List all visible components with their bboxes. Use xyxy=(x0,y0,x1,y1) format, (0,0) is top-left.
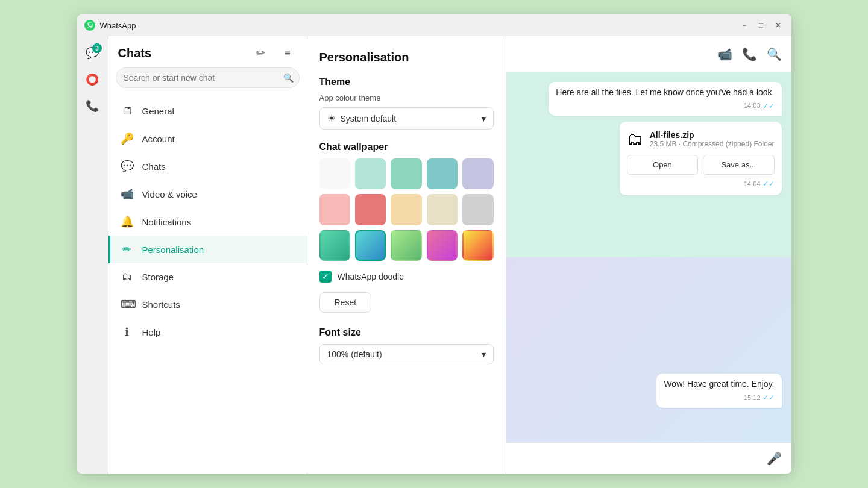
wallpaper-grid xyxy=(319,158,494,261)
microphone-icon[interactable]: 🎤 xyxy=(767,451,782,466)
title-bar: WhatsApp − □ ✕ xyxy=(77,14,791,36)
chat-header-actions: 📹 📞 🔍 xyxy=(717,47,782,61)
theme-section-title: Theme xyxy=(319,77,494,87)
open-file-button[interactable]: Open xyxy=(627,155,698,175)
app-window: WhatsApp − □ ✕ 💬 3 ⭕ 📞 Chats xyxy=(77,14,791,474)
video-voice-icon: 📹 xyxy=(121,187,134,201)
swatch-lavender[interactable] xyxy=(462,158,493,189)
compose-icon: ✏ xyxy=(256,46,265,60)
settings-nav-personalisation[interactable]: ✏ Personalisation xyxy=(108,236,307,263)
search-chat-icon: 🔍 xyxy=(767,47,782,61)
close-button[interactable]: ✕ xyxy=(772,19,784,31)
file-info: 🗂 All-files.zip 23.5 MB · Compressed (zi… xyxy=(627,129,775,149)
swatch-grad-rainbow[interactable] xyxy=(462,230,493,261)
status-icon: ⭕ xyxy=(86,73,99,86)
swatch-coral[interactable] xyxy=(355,194,386,225)
voice-call-button[interactable]: 📞 xyxy=(742,47,757,61)
personalisation-title: Personalisation xyxy=(319,51,494,64)
general-icon: 🖥 xyxy=(121,105,134,117)
video-call-button[interactable]: 📹 xyxy=(717,47,732,61)
settings-panel: Chats ✏ ≡ 🔍 🖥 General xyxy=(108,36,307,474)
message-meta: 14:03 ✓✓ xyxy=(556,101,774,111)
swatch-mint[interactable] xyxy=(355,158,386,189)
video-icon: 📹 xyxy=(717,47,732,61)
save-file-button[interactable]: Save as... xyxy=(703,155,774,175)
settings-nav: 🖥 General 🔑 Account 💬 Chats 📹 Video & vo… xyxy=(108,93,307,351)
help-icon: ℹ xyxy=(121,325,134,339)
notifications-icon: 🔔 xyxy=(121,215,134,228)
file-size: 23.5 MB · Compressed (zipped) Folder xyxy=(650,140,775,148)
file-meta: 14:04 ✓✓ xyxy=(627,180,775,188)
settings-nav-general[interactable]: 🖥 General xyxy=(108,98,307,125)
sidebar-item-status[interactable]: ⭕ xyxy=(80,67,104,92)
search-input[interactable] xyxy=(116,67,300,88)
settings-nav-notifications[interactable]: 🔔 Notifications xyxy=(108,208,307,236)
font-size-dropdown[interactable]: 100% (default) ▾ xyxy=(319,344,494,364)
search-bar: 🔍 xyxy=(116,67,300,88)
settings-nav-chats[interactable]: 💬 Chats xyxy=(108,152,307,180)
message-meta-2: 15:12 ✓✓ xyxy=(664,393,774,403)
swatch-pink[interactable] xyxy=(319,194,350,225)
search-chat-button[interactable]: 🔍 xyxy=(767,47,782,61)
settings-nav-shortcuts-label: Shortcuts xyxy=(142,299,180,310)
swatch-teal[interactable] xyxy=(427,158,458,189)
settings-nav-general-label: General xyxy=(142,106,174,116)
settings-nav-account[interactable]: 🔑 Account xyxy=(108,125,307,152)
window-controls: − □ ✕ xyxy=(738,19,784,31)
app-logo xyxy=(84,20,95,31)
app-body: 💬 3 ⭕ 📞 Chats ✏ ≡ xyxy=(77,36,791,474)
swatch-grad-teal[interactable] xyxy=(319,230,350,261)
calls-icon: 📞 xyxy=(86,99,99,113)
settings-nav-storage-label: Storage xyxy=(142,272,174,282)
swatch-peach[interactable] xyxy=(391,194,421,225)
chevron-down-icon: ▾ xyxy=(482,114,486,124)
icon-sidebar: 💬 3 ⭕ 📞 xyxy=(77,36,108,474)
wallpaper-section-title: Chat wallpaper xyxy=(319,142,494,152)
filter-button[interactable]: ≡ xyxy=(278,43,297,63)
chat-list-header: Chats ✏ ≡ xyxy=(108,36,307,67)
storage-icon: 🗂 xyxy=(121,271,134,283)
swatch-grad-green[interactable] xyxy=(391,230,421,261)
message-time-2: 15:12 xyxy=(744,393,761,402)
message-bubble-out-1: Here are all the files. Let me know once… xyxy=(549,82,781,116)
compose-button[interactable]: ✏ xyxy=(251,43,271,63)
doodle-checkbox[interactable]: ✓ WhatsApp doodle xyxy=(319,271,494,283)
double-tick-icon-2: ✓✓ xyxy=(763,393,775,403)
theme-dropdown-left: ☀ System default xyxy=(327,113,397,124)
chat-badge: 3 xyxy=(92,43,102,53)
theme-icon: ☀ xyxy=(327,113,336,124)
swatch-green[interactable] xyxy=(391,158,421,189)
settings-nav-video-voice[interactable]: 📹 Video & voice xyxy=(108,180,307,208)
theme-dropdown[interactable]: ☀ System default ▾ xyxy=(319,107,494,130)
file-time: 14:04 xyxy=(744,180,761,187)
swatch-grad-blue[interactable] xyxy=(355,230,386,261)
sidebar-item-calls[interactable]: 📞 xyxy=(80,94,104,118)
message-time: 14:03 xyxy=(744,101,761,110)
swatch-gray[interactable] xyxy=(462,194,493,225)
file-actions: Open Save as... xyxy=(627,155,775,175)
settings-nav-notifications-label: Notifications xyxy=(142,217,192,227)
app-title: WhatsApp xyxy=(100,21,738,30)
account-icon: 🔑 xyxy=(121,132,134,145)
settings-nav-storage[interactable]: 🗂 Storage xyxy=(108,263,307,290)
personalisation-icon: ✏ xyxy=(121,243,134,256)
settings-nav-help[interactable]: ℹ Help xyxy=(108,318,307,346)
swatch-grad-pink[interactable] xyxy=(427,230,458,261)
search-icon: 🔍 xyxy=(283,73,294,83)
doodle-label: WhatsApp doodle xyxy=(338,272,404,281)
theme-value: System default xyxy=(341,114,397,124)
minimize-button[interactable]: − xyxy=(738,19,750,31)
font-size-section-title: Font size xyxy=(319,327,494,338)
swatch-white[interactable] xyxy=(319,158,350,189)
reset-button[interactable]: Reset xyxy=(319,292,372,313)
phone-icon: 📞 xyxy=(742,47,757,61)
settings-nav-help-label: Help xyxy=(142,327,161,337)
font-size-value: 100% (default) xyxy=(327,349,382,359)
swatch-cream[interactable] xyxy=(427,194,458,225)
message-bubble-out-2: Wow! Have great time. Enjoy. 15:12 ✓✓ xyxy=(656,374,781,407)
chat-list-title: Chats xyxy=(118,46,152,60)
maximize-button[interactable]: □ xyxy=(755,19,767,31)
sidebar-item-chats[interactable]: 💬 3 xyxy=(80,41,104,65)
settings-nav-shortcuts[interactable]: ⌨ Shortcuts xyxy=(108,290,307,318)
settings-nav-account-label: Account xyxy=(142,134,175,144)
